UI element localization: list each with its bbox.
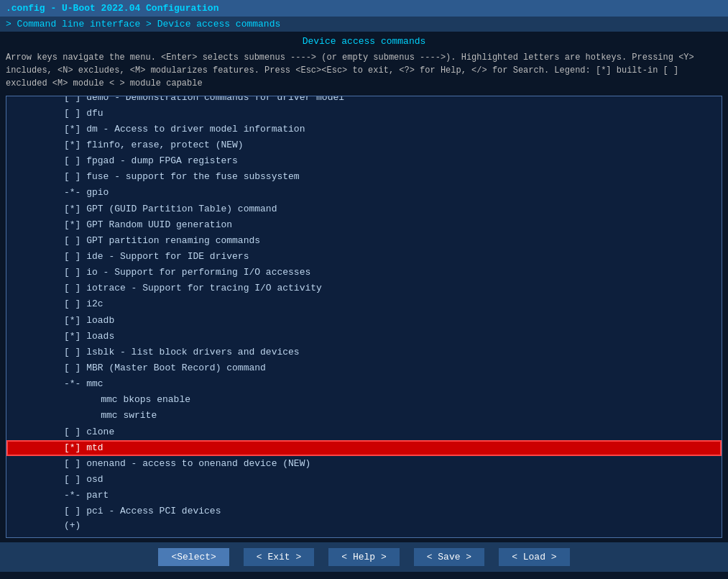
menu-item[interactable]: [*] GPT (GUID Partition Table) command bbox=[6, 201, 722, 217]
menu-item[interactable]: [ ] osd bbox=[6, 472, 722, 488]
select-button[interactable]: <Select> bbox=[158, 548, 229, 566]
menu-area[interactable]: [ ] armflash[ ] bcb[ ] bind/unbind - Bin… bbox=[6, 96, 722, 538]
menu-item[interactable]: [ ] pci - Access PCI devices bbox=[6, 503, 722, 519]
breadcrumb-bar: > Command line interface > Device access… bbox=[0, 17, 728, 32]
menu-item[interactable]: [*] loads bbox=[6, 329, 722, 345]
menu-item[interactable]: [ ] ide - Support for IDE drivers bbox=[6, 249, 722, 265]
menu-item[interactable]: [*] dm - Access to driver model informat… bbox=[6, 122, 722, 137]
title-text: .config - U-Boot 2022.04 Configuration bbox=[6, 3, 218, 14]
description-text: Arrow keys navigate the menu. <Enter> se… bbox=[6, 51, 722, 90]
save-button[interactable]: < Save > bbox=[414, 548, 484, 566]
menu-item[interactable]: [ ] dfu bbox=[6, 106, 722, 122]
menu-item[interactable]: -*- part bbox=[6, 488, 722, 503]
page-title: Device access commands bbox=[6, 36, 722, 47]
menu-item[interactable]: [*] mtd bbox=[6, 440, 722, 456]
menu-item[interactable]: [ ] fuse - support for the fuse subssyst… bbox=[6, 169, 722, 185]
breadcrumb-text: > Command line interface > Device access… bbox=[6, 19, 280, 29]
menu-item[interactable]: [*] loadb bbox=[6, 313, 722, 329]
load-button[interactable]: < Load > bbox=[499, 548, 569, 566]
menu-item[interactable]: [*] GPT Random UUID generation bbox=[6, 217, 722, 233]
menu-item[interactable]: -*- gpio bbox=[6, 185, 722, 201]
menu-item[interactable]: [ ] fpgad - dump FPGA registers bbox=[6, 153, 722, 169]
exit-button[interactable]: < Exit > bbox=[244, 548, 314, 566]
main-container: Device access commands Arrow keys naviga… bbox=[0, 32, 728, 542]
menu-item[interactable]: [ ] GPT partition renaming commands bbox=[6, 233, 722, 249]
menu-item[interactable]: -*- mmc bbox=[6, 376, 722, 392]
help-button[interactable]: < Help > bbox=[328, 548, 399, 566]
title-bar: .config - U-Boot 2022.04 Configuration bbox=[0, 0, 728, 17]
status-bar bbox=[0, 572, 728, 579]
more-indicator: (+) bbox=[6, 519, 722, 532]
menu-item[interactable]: [ ] io - Support for performing I/O acce… bbox=[6, 265, 722, 281]
menu-item[interactable]: [ ] onenand - access to onenand device (… bbox=[6, 456, 722, 472]
menu-item[interactable]: [ ] iotrace - Support for tracing I/O ac… bbox=[6, 281, 722, 296]
bottom-bar: <Select> < Exit > < Help > < Save > < Lo… bbox=[0, 542, 728, 572]
menu-item[interactable]: [ ] MBR (Master Boot Record) command bbox=[6, 360, 722, 376]
menu-item[interactable]: [ ] lsblk - list block drivers and devic… bbox=[6, 345, 722, 360]
menu-item[interactable]: mmc bkops enable bbox=[6, 392, 722, 408]
menu-item[interactable]: [ ] clone bbox=[6, 424, 722, 440]
menu-item[interactable]: mmc swrite bbox=[6, 408, 722, 424]
menu-item[interactable]: [ ] i2c bbox=[6, 296, 722, 312]
menu-item[interactable]: [ ] demo - Demonstration commands for dr… bbox=[6, 96, 722, 106]
menu-item[interactable]: [*] flinfo, erase, protect (NEW) bbox=[6, 137, 722, 153]
